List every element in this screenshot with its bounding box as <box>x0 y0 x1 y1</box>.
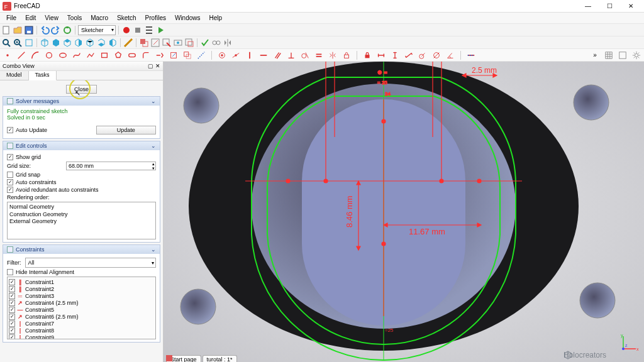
view-bottom-icon[interactable] <box>96 38 106 48</box>
hide-internal-checkbox[interactable] <box>7 269 13 275</box>
polyline-icon[interactable] <box>86 50 96 60</box>
view-rear-icon[interactable] <box>85 38 95 48</box>
measure-icon[interactable] <box>123 38 133 48</box>
point-icon[interactable] <box>3 50 13 60</box>
constr-pointon-icon[interactable] <box>231 50 241 60</box>
vp-tab-tutorial[interactable]: turotal : 1* <box>203 355 237 362</box>
constr-perpendicular-icon[interactable] <box>286 50 296 60</box>
dim-a[interactable]: 2.5 mm <box>472 66 497 75</box>
constr-tangent-icon[interactable] <box>300 50 310 60</box>
window-close[interactable]: ✕ <box>620 1 641 12</box>
settings-icon[interactable] <box>631 50 641 60</box>
view-front-icon[interactable] <box>51 38 61 48</box>
view-right-icon[interactable] <box>74 38 84 48</box>
overflow-chevron-icon[interactable]: » <box>590 50 600 60</box>
macro-list-icon[interactable] <box>144 25 154 35</box>
menu-sketch[interactable]: Sketch <box>113 13 140 23</box>
constr-vertdist-icon[interactable] <box>390 50 400 60</box>
bspline-icon[interactable] <box>72 50 82 60</box>
dim-c[interactable]: 11.67 mm <box>409 227 445 236</box>
macro-stop-icon[interactable] <box>133 25 143 35</box>
sketch-leave-icon[interactable] <box>162 38 172 48</box>
new-icon[interactable] <box>1 25 11 35</box>
constr-equal-icon[interactable] <box>314 50 324 60</box>
line-icon[interactable] <box>16 50 26 60</box>
tab-model[interactable]: Model <box>0 71 29 80</box>
constraint-list[interactable]: ‖Constraint1 ‖Constraint2 ═Constraint3 ↗… <box>7 277 156 339</box>
grid-snap-checkbox[interactable] <box>7 172 13 178</box>
ellipse-icon[interactable] <box>58 50 68 60</box>
constr-symmetric-icon[interactable] <box>328 50 338 60</box>
constr-horizontal-icon[interactable] <box>258 50 269 60</box>
rendering-order-list[interactable]: Normal Geometry Construction Geometry Ex… <box>7 202 156 239</box>
menu-macro[interactable]: Macro <box>87 13 112 23</box>
menu-windows[interactable]: Windows <box>171 13 204 23</box>
tab-tasks[interactable]: Tasks <box>29 71 57 80</box>
carbon-copy-icon[interactable] <box>182 50 192 60</box>
menu-view[interactable]: View <box>41 13 62 23</box>
collapse-icon[interactable]: ⌄ <box>151 143 156 149</box>
validate-icon[interactable] <box>200 38 210 48</box>
sketch-edit-icon[interactable] <box>150 38 160 48</box>
constr-horizdist-icon[interactable] <box>376 50 386 60</box>
mirror-icon[interactable] <box>223 38 233 48</box>
construction-icon[interactable] <box>196 50 206 60</box>
grid-size-input[interactable]: 68.00 mm▴▾ <box>66 162 156 170</box>
sketch-new-icon[interactable] <box>139 38 149 48</box>
fit-all-icon[interactable] <box>1 38 11 48</box>
menu-edit[interactable]: Edit <box>21 13 40 23</box>
slot-icon[interactable] <box>127 50 137 60</box>
constr-length-icon[interactable] <box>404 50 414 60</box>
view-top-icon[interactable] <box>62 38 72 48</box>
macro-record-icon[interactable] <box>121 25 131 35</box>
fit-selection-icon[interactable] <box>13 38 23 48</box>
constr-radius-icon[interactable] <box>418 50 428 60</box>
window-maximize[interactable]: ☐ <box>599 1 620 12</box>
sketch-map-icon[interactable] <box>184 38 194 48</box>
constr-vertical-icon[interactable] <box>245 50 255 60</box>
redo-icon[interactable] <box>51 25 61 35</box>
toggle-driving-icon[interactable] <box>466 50 476 60</box>
avoid-redundant-checkbox[interactable] <box>7 187 13 193</box>
drawstyle-icon[interactable] <box>24 38 34 48</box>
collapse-icon[interactable]: ⌄ <box>151 98 156 104</box>
refresh-icon[interactable] <box>62 25 72 35</box>
menu-tools[interactable]: Tools <box>64 13 86 23</box>
view-left-icon[interactable] <box>108 38 118 48</box>
merge-icon[interactable] <box>211 38 221 48</box>
constr-parallel-icon[interactable] <box>272 50 282 60</box>
3d-viewport[interactable]: ⊕ = = 25 24 2.5 mm 8.46 mm 11.67 mm =25 … <box>164 62 644 362</box>
filter-dropdown[interactable]: All <box>25 258 157 268</box>
toggle-virtspace-icon[interactable] <box>618 50 628 60</box>
update-button[interactable]: Update <box>96 126 156 134</box>
macro-play-icon[interactable] <box>155 25 165 35</box>
fillet-icon[interactable] <box>141 50 151 60</box>
workbench-selector[interactable]: Sketcher <box>78 25 116 35</box>
combo-close-icon[interactable]: ▢ ✕ <box>148 63 160 69</box>
show-grid-checkbox[interactable] <box>7 154 13 160</box>
rectangle-icon[interactable] <box>99 50 109 60</box>
menu-file[interactable]: File <box>3 13 20 23</box>
trim-icon[interactable] <box>155 50 165 60</box>
constr-angle-icon[interactable] <box>445 50 455 60</box>
arc-icon[interactable] <box>30 50 40 60</box>
save-icon[interactable] <box>24 25 34 35</box>
dim-b[interactable]: 8.46 mm <box>345 195 354 228</box>
menu-profiles[interactable]: Profiles <box>142 13 170 23</box>
grid-toggle-icon[interactable] <box>604 50 614 60</box>
open-icon[interactable] <box>13 25 23 35</box>
undo-icon[interactable] <box>40 25 50 35</box>
close-button[interactable]: Close <box>66 85 97 94</box>
sketch-view-icon[interactable] <box>173 38 183 48</box>
menu-help[interactable]: Help <box>206 13 226 23</box>
polygon-icon[interactable] <box>113 50 123 60</box>
constr-lock-icon[interactable] <box>362 50 372 60</box>
constr-diameter-icon[interactable] <box>431 50 441 60</box>
view-iso-icon[interactable] <box>40 38 50 48</box>
window-minimize[interactable]: — <box>577 1 599 12</box>
collapse-icon[interactable]: ⌄ <box>151 246 156 253</box>
circle-icon[interactable] <box>44 50 54 60</box>
constr-block-icon[interactable] <box>341 50 352 60</box>
constr-coincident-icon[interactable] <box>217 50 227 60</box>
external-geom-icon[interactable] <box>169 50 179 60</box>
